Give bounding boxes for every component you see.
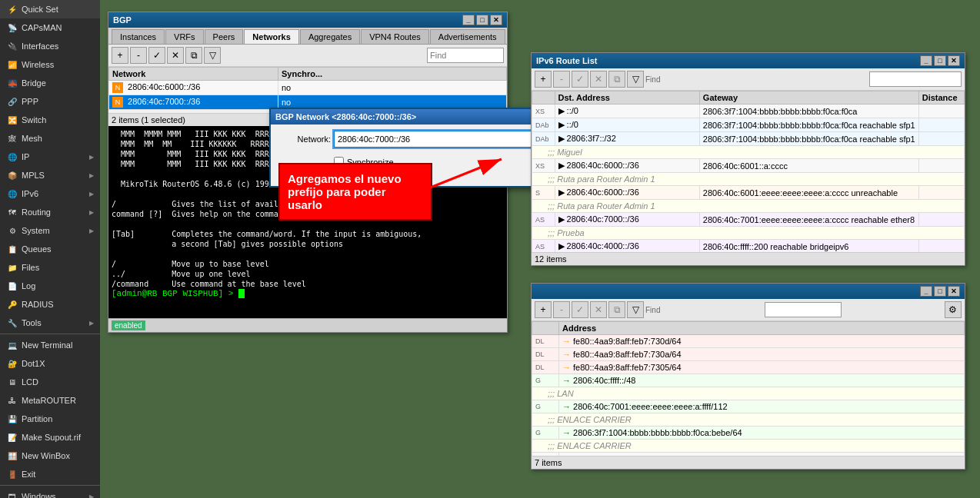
addr-search-input[interactable] <box>765 302 842 317</box>
tab-vrfs[interactable]: VRFs <box>165 29 204 44</box>
sidebar-item-radius[interactable]: 🔑 RADIUS <box>0 295 100 314</box>
sidebar-item-capsman[interactable]: 📡 CAPsMAN <box>0 18 100 37</box>
tab-instances[interactable]: Instances <box>112 29 165 44</box>
windows-arrow-icon: ▶ <box>89 493 94 499</box>
mpls-arrow-icon: ▶ <box>89 172 94 179</box>
bgp-title-text: BGP <box>113 15 462 25</box>
addr-x-button[interactable]: ✕ <box>590 301 607 318</box>
bgp-search-input[interactable] <box>427 48 504 63</box>
tab-peers[interactable]: Peers <box>205 29 244 44</box>
network-label: Network: <box>277 134 331 144</box>
ipv6-restore-button[interactable]: □ <box>934 55 946 66</box>
sidebar-item-ip[interactable]: 🌐 IP ▶ <box>0 148 100 166</box>
bgp-restore-button[interactable]: □ <box>476 15 488 25</box>
addr-add-button[interactable]: + <box>535 301 552 318</box>
sidebar-item-dot1x[interactable]: 🔐 Dot1X <box>0 354 100 373</box>
table-row[interactable]: G → 2806:40c:ffff::/48 <box>532 374 965 387</box>
table-row[interactable]: AS ▶ 2806:40c:4000::/36 2806:40c:ffff::2… <box>532 240 965 253</box>
ipv6-close-button[interactable]: ✕ <box>948 55 960 66</box>
sidebar-item-metarouter[interactable]: 🖧 MetaROUTER <box>0 391 100 410</box>
sidebar-item-bridge[interactable]: 🌉 Bridge <box>0 74 100 92</box>
ipv6-check-button[interactable]: ✓ <box>572 71 588 88</box>
ipv6-remove-button[interactable]: - <box>553 71 570 88</box>
table-row[interactable]: DL → fe80::4aa9:8aff:feb7:7305/64 <box>532 361 965 374</box>
bgp-add-button[interactable]: + <box>112 47 128 64</box>
sidebar-item-exit[interactable]: 🚪 Exit <box>0 465 100 483</box>
comment-cell: ;;; LAN <box>532 387 965 400</box>
table-row[interactable]: XS ▶ 2806:40c:6000::/36 2806:40c:6001::a… <box>532 159 965 173</box>
ipv6-x-button[interactable]: ✕ <box>590 71 607 88</box>
bgp-filter-button[interactable]: ▽ <box>204 47 221 64</box>
sidebar-item-ipv6[interactable]: 🌐 IPv6 ▶ <box>0 184 100 203</box>
bgp-tab-bar: Instances VRFs Peers Networks Aggregates… <box>108 28 507 45</box>
tab-networks[interactable]: Networks <box>244 29 299 44</box>
sidebar-item-lcd[interactable]: 🖥 LCD <box>0 373 100 391</box>
sidebar-item-wireless[interactable]: 📶 Wireless <box>0 55 100 74</box>
bgp-check-button[interactable]: ✓ <box>148 47 165 64</box>
lcd-icon: 🖥 <box>6 376 18 388</box>
sidebar-item-partition[interactable]: 💾 Partition <box>0 410 100 428</box>
table-row[interactable]: XS ▶ ::/0 2806:3f7:1004:bbbb:bbbb:bbbb:f… <box>532 105 965 118</box>
sidebar-item-new-winbox[interactable]: 🪟 New WinBox <box>0 447 100 465</box>
sidebar-item-queues[interactable]: 📋 Queues <box>0 240 100 258</box>
sidebar-item-system[interactable]: ⚙ System ▶ <box>0 221 100 240</box>
table-row-comment: ;;; ENLACE CARRIER <box>532 440 965 453</box>
tools-arrow-icon: ▶ <box>89 320 94 327</box>
bgp-x-button[interactable]: ✕ <box>167 47 184 64</box>
sidebar-item-make-supout[interactable]: 📝 Make Supout.rif <box>0 428 100 447</box>
sidebar-item-tools[interactable]: 🔧 Tools ▶ <box>0 314 100 332</box>
tab-aggregates[interactable]: Aggregates <box>300 29 360 44</box>
sidebar-item-quickset[interactable]: ⚡ Quick Set <box>0 0 100 18</box>
bgp-minimize-button[interactable]: _ <box>462 15 475 25</box>
ipv6-copy-button[interactable]: ⧉ <box>608 71 625 88</box>
terminal-prompt-line: [admin@RB BGP WISPHUB] > <box>112 289 504 298</box>
log-icon: 📄 <box>6 280 18 292</box>
sidebar-item-files[interactable]: 📁 Files <box>0 258 100 277</box>
sidebar-item-mesh[interactable]: 🕸 Mesh <box>0 129 100 148</box>
table-row[interactable]: AS ▶ 2806:40c:7000::/36 2806:40c:7001:ee… <box>532 213 965 227</box>
addr-restore-button[interactable]: □ <box>934 286 946 297</box>
ipv6-search-input[interactable] <box>869 71 962 87</box>
sidebar-item-ppp[interactable]: 🔗 PPP <box>0 92 100 111</box>
addr-close-button[interactable]: ✕ <box>948 286 960 297</box>
addr-minimize-button[interactable]: _ <box>920 286 932 297</box>
dist-cell <box>918 132 964 146</box>
sidebar-item-new-terminal[interactable]: 💻 New Terminal <box>0 336 100 354</box>
comment-cell: ;;; Ruta para Router Admin 1 <box>532 200 965 213</box>
table-row[interactable]: S ▶ 2806:40c:6000::/36 2806:40c:6001:eee… <box>532 186 965 200</box>
col-dst-header: Dst. Address <box>555 91 699 105</box>
sidebar-item-switch[interactable]: 🔀 Switch <box>0 111 100 129</box>
bgp-remove-button[interactable]: - <box>130 47 147 64</box>
table-row[interactable]: DAb ▶ 2806:3f7::/32 2806:3f7:1004:bbbb:b… <box>532 132 965 146</box>
tab-vpn4routes[interactable]: VPN4 Routes <box>361 29 429 44</box>
table-row[interactable]: G → 2806:40c:7001:eeee:eeee:eeee:a:ffff/… <box>532 400 965 413</box>
terminal-prompt: [admin@RB BGP WISPHUB] > <box>112 289 238 298</box>
table-row[interactable]: DL → fe80::4aa9:8aff:feb7:730a/64 <box>532 348 965 361</box>
dot1x-icon: 🔐 <box>6 357 18 370</box>
addr-filter-button[interactable]: ▽ <box>627 301 644 318</box>
table-row[interactable]: N 2806:40c:6000::/36 no <box>109 81 507 95</box>
sidebar: ⚡ Quick Set 📡 CAPsMAN 🔌 Interfaces 📶 Wir… <box>0 0 100 498</box>
addr-settings-button[interactable]: ⚙ <box>945 301 962 318</box>
bgp-table-container: Network Synchro... N 2806:40c:6000::/36 … <box>108 67 507 113</box>
ipv6-add-button[interactable]: + <box>535 71 552 88</box>
ipv6-filter-button[interactable]: ▽ <box>627 71 644 88</box>
bgp-close-button[interactable]: ✕ <box>490 15 502 25</box>
table-row[interactable]: G → 2806:3f7:1004:bbbb:bbbb:bbbb:f0ca:be… <box>532 427 965 440</box>
sidebar-item-windows[interactable]: 🗔 Windows ▶ <box>0 487 100 498</box>
tab-advertisements[interactable]: Advertisements <box>430 29 505 44</box>
addr-copy-button[interactable]: ⧉ <box>608 301 625 318</box>
ipv6-minimize-button[interactable]: _ <box>920 55 932 66</box>
sidebar-item-routing[interactable]: 🗺 Routing ▶ <box>0 203 100 221</box>
bgp-copy-button[interactable]: ⧉ <box>185 47 202 64</box>
table-row[interactable]: DAb ▶ ::/0 2806:3f7:1004:bbbb:bbbb:bbbb:… <box>532 118 965 132</box>
sidebar-item-interfaces[interactable]: 🔌 Interfaces <box>0 37 100 55</box>
ip-arrow-icon: ▶ <box>89 154 94 161</box>
addr-remove-button[interactable]: - <box>553 301 570 318</box>
flag-cell: XS <box>532 105 555 118</box>
sidebar-item-mpls[interactable]: 📦 MPLS ▶ <box>0 166 100 184</box>
table-row[interactable]: DL → fe80::4aa9:8aff:feb7:730d/64 <box>532 335 965 348</box>
addr-check-button[interactable]: ✓ <box>572 301 588 318</box>
enabled-badge: enabled <box>112 320 145 330</box>
sidebar-item-log[interactable]: 📄 Log <box>0 277 100 295</box>
